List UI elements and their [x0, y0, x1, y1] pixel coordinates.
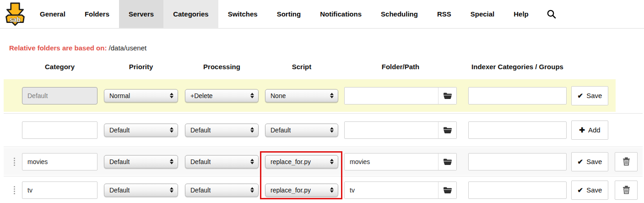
- select-stepper-icon: [170, 127, 173, 133]
- processing-select[interactable]: Default: [185, 123, 259, 137]
- script-select-value: Default: [271, 126, 291, 134]
- tab-special[interactable]: Special: [461, 0, 504, 28]
- browse-folder-button[interactable]: [438, 182, 456, 198]
- folder-icon: [443, 158, 452, 165]
- note-label: Relative folders are based on:: [9, 44, 107, 52]
- table-row-movies: Default Default replace_for.py: [0, 147, 644, 176]
- script-select[interactable]: replace_for.py: [265, 183, 338, 197]
- save-button[interactable]: ✔ Save: [571, 152, 608, 171]
- category-input[interactable]: [22, 181, 97, 199]
- tab-help[interactable]: Help: [504, 0, 538, 28]
- folder-path-input[interactable]: [345, 88, 438, 104]
- tab-folders[interactable]: Folders: [75, 0, 119, 28]
- tab-notifications[interactable]: Notifications: [310, 0, 371, 28]
- processing-select[interactable]: Default: [185, 183, 259, 197]
- indexer-groups-input[interactable]: [468, 87, 567, 104]
- indexer-groups-input[interactable]: [468, 153, 567, 170]
- priority-select[interactable]: Default: [104, 155, 178, 168]
- category-input[interactable]: [22, 153, 97, 170]
- indexer-groups-input[interactable]: [468, 181, 567, 199]
- select-stepper-icon: [330, 187, 334, 193]
- top-nav: sab General Folders Servers Categories S…: [0, 0, 644, 29]
- script-select-value: None: [271, 92, 286, 99]
- sabnzbd-logo[interactable]: sab: [0, 0, 30, 28]
- select-stepper-icon: [170, 159, 173, 165]
- select-stepper-icon: [250, 159, 254, 165]
- save-button-label: Save: [586, 158, 602, 165]
- header-category: Category: [22, 63, 97, 71]
- logo-text: sab: [10, 16, 21, 23]
- header-script: Script: [265, 63, 338, 71]
- save-button-label: Save: [586, 186, 602, 194]
- processing-select-value: Default: [190, 187, 211, 194]
- select-stepper-icon: [330, 159, 334, 165]
- save-button[interactable]: ✔ Save: [571, 86, 608, 105]
- header-priority: Priority: [104, 63, 178, 71]
- relative-folders-note: Relative folders are based on: /data/use…: [9, 44, 146, 52]
- priority-select-value: Default: [109, 158, 130, 165]
- category-input[interactable]: [22, 121, 97, 139]
- categories-config-content: Relative folders are based on: /data/use…: [0, 29, 644, 203]
- script-select[interactable]: Default: [265, 123, 338, 137]
- select-stepper-icon: [250, 93, 254, 99]
- save-button[interactable]: ✔ Save: [571, 181, 608, 200]
- indexer-groups-input[interactable]: [468, 121, 567, 139]
- tab-rss[interactable]: RSS: [428, 0, 461, 28]
- trash-icon: [622, 157, 630, 166]
- category-input: [22, 87, 97, 104]
- delete-category-button[interactable]: [615, 152, 638, 171]
- table-row-default: Normal +Delete None: [0, 79, 644, 112]
- tab-servers[interactable]: Servers: [119, 0, 163, 28]
- priority-select-value: Normal: [109, 92, 130, 99]
- table-header-row: Category Priority Processing Script Fold…: [0, 63, 644, 73]
- folder-path-input[interactable]: [345, 122, 438, 138]
- folder-path-group: [344, 153, 457, 170]
- check-icon: ✔: [578, 92, 584, 99]
- check-icon: ✔: [578, 187, 584, 193]
- script-select-value: replace_for.py: [271, 158, 311, 165]
- script-select[interactable]: replace_for.py: [265, 155, 338, 168]
- select-stepper-icon: [330, 127, 334, 133]
- trash-icon: [622, 186, 630, 194]
- priority-select-value: Default: [109, 126, 130, 134]
- header-processing: Processing: [185, 63, 259, 71]
- script-select[interactable]: None: [265, 89, 338, 102]
- folder-path-input[interactable]: [345, 154, 438, 170]
- tab-switches[interactable]: Switches: [218, 0, 267, 28]
- processing-select-value: Default: [190, 158, 211, 165]
- select-stepper-icon: [170, 93, 173, 99]
- select-stepper-icon: [250, 187, 254, 193]
- folder-path-group: [344, 121, 457, 139]
- folder-path-group: [344, 87, 457, 104]
- tab-categories[interactable]: Categories: [163, 0, 218, 28]
- folder-path-input[interactable]: [345, 182, 438, 198]
- drag-handle[interactable]: [11, 158, 17, 166]
- plus-icon: ✚: [579, 126, 585, 133]
- browse-folder-button[interactable]: [438, 88, 456, 104]
- script-select-value: replace_for.py: [271, 187, 311, 194]
- priority-select[interactable]: Default: [104, 123, 178, 137]
- priority-select-value: Default: [109, 187, 130, 194]
- header-indexer-groups: Indexer Categories / Groups: [460, 63, 575, 71]
- sabnzbd-logo-icon: sab: [4, 2, 27, 27]
- save-button-label: Save: [586, 92, 602, 99]
- folder-icon: [443, 187, 452, 194]
- priority-select[interactable]: Normal: [104, 89, 178, 102]
- processing-select[interactable]: Default: [185, 155, 259, 168]
- processing-select-value: +Delete: [190, 92, 213, 99]
- tab-sorting[interactable]: Sorting: [267, 0, 311, 28]
- table-row-new: Default Default Default: [0, 114, 644, 146]
- browse-folder-button[interactable]: [438, 154, 456, 170]
- processing-select[interactable]: +Delete: [185, 89, 259, 102]
- browse-folder-button[interactable]: [438, 122, 456, 138]
- priority-select[interactable]: Default: [104, 183, 178, 197]
- add-button[interactable]: ✚ Add: [571, 121, 608, 140]
- search-icon: [547, 9, 556, 19]
- delete-category-button[interactable]: [615, 181, 638, 200]
- folder-path-group: [344, 181, 457, 199]
- drag-handle[interactable]: [11, 186, 17, 194]
- tab-scheduling[interactable]: Scheduling: [371, 0, 428, 28]
- tab-general[interactable]: General: [30, 0, 75, 28]
- search-button[interactable]: [538, 0, 564, 28]
- select-stepper-icon: [170, 187, 173, 193]
